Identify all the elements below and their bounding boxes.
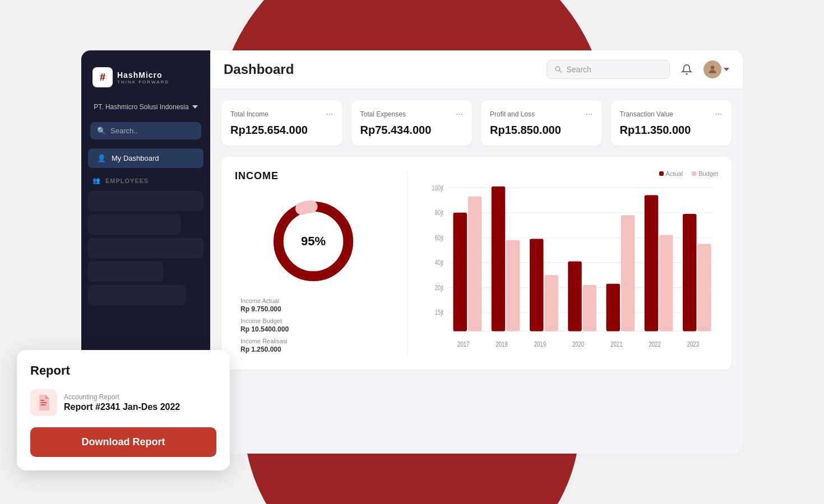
avatar-chevron-icon	[724, 68, 729, 71]
nav-item-2[interactable]	[88, 214, 180, 235]
file-icon	[37, 395, 50, 410]
logo-icon: #	[92, 67, 113, 87]
legend-value-0: Rp 9.750.000	[240, 305, 289, 313]
budget-dot	[692, 171, 696, 176]
svg-rect-28	[621, 215, 635, 331]
kpi-more-1[interactable]: ···	[456, 109, 463, 119]
kpi-card-total-income: Total Income ··· Rp125.654.000	[221, 100, 342, 146]
donut-chart: 95%	[269, 197, 358, 286]
nav-item-5[interactable]	[88, 285, 186, 305]
legend-item-0: Income Actual Rp 9.750.000	[240, 297, 289, 313]
kpi-more-0[interactable]: ···	[326, 109, 333, 119]
dashboard-icon: 👤	[97, 154, 106, 162]
svg-text:2020: 2020	[572, 340, 584, 348]
svg-text:15jt: 15jt	[434, 309, 443, 316]
donut-percent: 95%	[301, 234, 326, 249]
svg-point-0	[555, 67, 559, 71]
header-right	[547, 59, 729, 80]
svg-rect-30	[659, 235, 673, 332]
svg-text:2022: 2022	[649, 340, 660, 348]
logo-name: HashMicro	[117, 71, 169, 80]
svg-rect-25	[568, 262, 582, 332]
report-card: Report Accounting Report Report #2341 Ja…	[17, 350, 230, 470]
sidebar-logo: # HashMicro THINK FORWARD	[81, 62, 210, 99]
sidebar-search-container[interactable]: 🔍	[90, 122, 201, 139]
kpi-card-total-expenses: Total Expenses ··· Rp75.434.000	[351, 100, 473, 146]
divider	[408, 170, 408, 356]
kpi-label-0: Total Income	[230, 110, 269, 118]
svg-rect-29	[645, 195, 659, 332]
actual-dot	[659, 171, 664, 176]
nav-item-1[interactable]	[88, 191, 203, 211]
page-title: Dashboard	[224, 62, 294, 77]
search-icon: 🔍	[97, 127, 106, 135]
legend-label-0: Income Actual	[240, 297, 289, 304]
section-label: EMPLOYEES	[105, 178, 149, 184]
logo-tagline: THINK FORWARD	[117, 80, 169, 85]
company-name: PT. Hashmicro Solusi Indonesia	[94, 103, 188, 111]
avatar	[703, 60, 721, 78]
legend-item-2: Income Realisasi Rp 1.250.000	[240, 338, 289, 353]
avatar-icon	[707, 64, 718, 75]
user-avatar-container[interactable]	[703, 60, 729, 78]
svg-rect-19	[453, 213, 467, 332]
svg-rect-23	[530, 239, 544, 332]
download-report-button[interactable]: Download Report	[30, 427, 216, 457]
kpi-label-1: Total Expenses	[360, 110, 406, 118]
svg-rect-26	[583, 285, 597, 331]
notification-bell[interactable]	[677, 59, 697, 80]
svg-text:60jt: 60jt	[434, 234, 443, 241]
kpi-label-2: Profit and Loss	[490, 110, 535, 118]
chevron-down-icon	[192, 105, 198, 109]
kpi-more-3[interactable]: ···	[715, 109, 723, 119]
svg-rect-22	[506, 240, 520, 332]
svg-rect-24	[544, 275, 558, 331]
income-right: Actual Budget	[424, 170, 718, 356]
sidebar-item-label: My Dashboard	[112, 154, 159, 162]
svg-rect-32	[697, 244, 711, 331]
employees-icon: 👥	[92, 177, 101, 184]
legend-label-1: Income Budget	[240, 318, 289, 324]
report-details: Accounting Report Report #2341 Jan-Des 2…	[64, 393, 180, 412]
kpi-value-0: Rp125.654.000	[230, 124, 334, 137]
sidebar-section-employees: 👥 EMPLOYEES	[81, 172, 210, 189]
svg-text:2019: 2019	[534, 340, 546, 348]
search-icon	[555, 66, 562, 73]
kpi-more-2[interactable]: ···	[585, 109, 592, 119]
bar-chart-svg: 100jt 80jt 60jt 40jt 20jt 15jt	[424, 181, 718, 356]
kpi-card-profit-loss: Profit and Loss ··· Rp15.850.000	[481, 100, 602, 146]
svg-rect-21	[492, 186, 506, 332]
legend-value-1: Rp 10.5400.000	[240, 325, 289, 333]
nav-item-3[interactable]	[88, 238, 203, 258]
income-legend: Income Actual Rp 9.750.000 Income Budget…	[235, 297, 289, 353]
report-icon	[30, 389, 57, 416]
sidebar-item-my-dashboard[interactable]: 👤 My Dashboard	[88, 148, 203, 168]
income-left: INCOME 95%	[235, 170, 392, 356]
main-content: Dashboard	[210, 50, 743, 454]
kpi-value-3: Rp11.350.000	[620, 124, 723, 137]
svg-text:80jt: 80jt	[434, 209, 443, 216]
svg-line-1	[559, 71, 562, 73]
report-name: Report #2341 Jan-Des 2022	[64, 402, 180, 412]
logo-text: HashMicro THINK FORWARD	[117, 71, 169, 85]
company-selector[interactable]: PT. Hashmicro Solusi Indonesia	[81, 99, 210, 115]
svg-rect-20	[468, 197, 482, 332]
svg-rect-31	[683, 214, 697, 331]
header-search-input[interactable]	[566, 65, 661, 74]
sidebar-nav-items	[81, 191, 210, 305]
svg-text:100jt: 100jt	[432, 184, 443, 191]
kpi-grid: Total Income ··· Rp125.654.000 Total Exp…	[221, 100, 732, 146]
legend-value-2: Rp 1.250.000	[240, 346, 289, 353]
nav-item-4[interactable]	[88, 262, 163, 282]
kpi-card-transaction-value: Transaction Value ··· Rp11.350.000	[611, 100, 732, 146]
svg-text:2018: 2018	[496, 340, 507, 348]
actual-label: Actual	[666, 170, 683, 177]
header-search-bar[interactable]	[547, 60, 670, 79]
svg-text:40jt: 40jt	[434, 259, 443, 266]
kpi-value-2: Rp15.850.000	[490, 124, 593, 137]
sidebar-search-input[interactable]	[110, 127, 195, 135]
svg-text:2017: 2017	[457, 340, 469, 348]
legend-budget: Budget	[692, 170, 718, 177]
svg-text:2021: 2021	[610, 340, 622, 348]
report-info: Accounting Report Report #2341 Jan-Des 2…	[30, 389, 216, 416]
